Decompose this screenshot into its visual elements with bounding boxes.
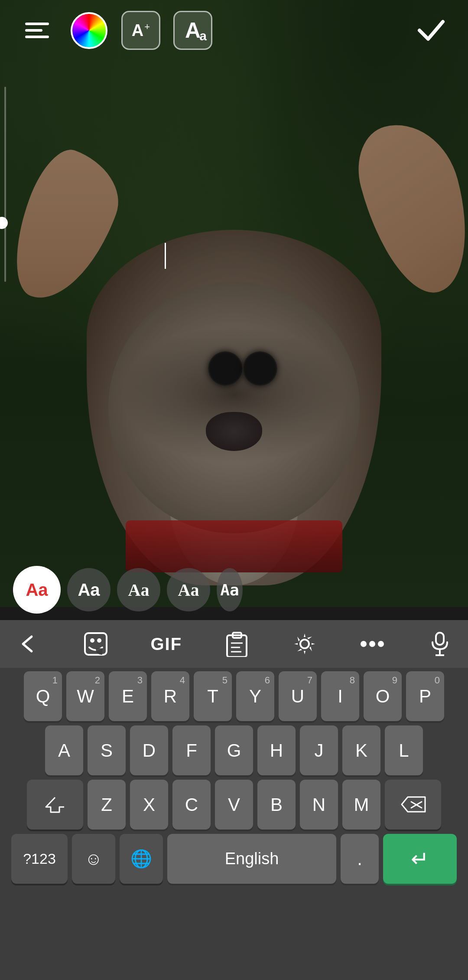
key-n[interactable]: N: [300, 780, 338, 830]
gif-button[interactable]: GIF: [144, 624, 188, 663]
key-t[interactable]: 5T: [194, 671, 232, 721]
key-y[interactable]: 6Y: [236, 671, 274, 721]
key-k[interactable]: K: [342, 725, 380, 775]
font-option-1[interactable]: Aa: [67, 568, 110, 611]
font-option-0-label: Aa: [26, 580, 48, 600]
font-option-0[interactable]: Aa: [13, 566, 61, 614]
plus-icon: +: [144, 21, 150, 33]
font-size-icon: A: [185, 18, 201, 43]
keyboard: GIF: [0, 620, 468, 980]
more-button[interactable]: [353, 624, 392, 663]
clipboard-icon: [225, 631, 249, 657]
menu-button[interactable]: [17, 11, 56, 50]
key-s[interactable]: S: [88, 725, 126, 775]
backspace-icon: [400, 795, 426, 814]
key-row-bottom: ?123 ☺ 🌐 English . ↵: [2, 834, 466, 884]
keyboard-keys: 1Q 2W 3E 4R 5T 6Y 7U 8I 9O 0P A S D F G …: [0, 668, 468, 884]
svg-point-11: [378, 641, 384, 647]
key-j[interactable]: J: [300, 725, 338, 775]
shift-icon: [44, 794, 66, 816]
done-button[interactable]: [412, 11, 451, 50]
toolbar-left: A + A a: [17, 11, 212, 50]
photo-overlay: [0, 0, 468, 607]
font-option-4[interactable]: Aa: [217, 568, 243, 611]
font-option-1-label: Aa: [78, 580, 100, 600]
svg-point-2: [97, 638, 101, 643]
key-h[interactable]: H: [257, 725, 296, 775]
key-w[interactable]: 2W: [66, 671, 104, 721]
key-row-2: A S D F G H J K L: [2, 725, 466, 775]
svg-point-8: [300, 640, 309, 648]
key-row-1: 1Q 2W 3E 4R 5T 6Y 7U 8I 9O 0P: [2, 671, 466, 721]
microphone-icon: [429, 631, 451, 657]
key-x[interactable]: X: [130, 780, 168, 830]
key-u[interactable]: 7U: [279, 671, 317, 721]
key-m[interactable]: M: [342, 780, 380, 830]
shift-key[interactable]: [27, 780, 83, 830]
emoji-key[interactable]: ☺: [72, 834, 115, 884]
font-option-2-label: Aa: [128, 580, 150, 600]
more-icon: [359, 640, 385, 648]
gif-label: GIF: [150, 634, 182, 654]
numbers-key[interactable]: ?123: [11, 834, 68, 884]
key-a[interactable]: A: [45, 725, 83, 775]
key-z[interactable]: Z: [88, 780, 126, 830]
add-font-button[interactable]: A +: [121, 11, 160, 50]
font-size-button[interactable]: A a: [173, 11, 212, 50]
size-slider-track: [4, 87, 6, 282]
voice-button[interactable]: [420, 624, 459, 663]
key-f[interactable]: F: [172, 725, 211, 775]
settings-button[interactable]: [285, 624, 324, 663]
font-size-small: a: [199, 29, 207, 43]
text-cursor: [165, 243, 166, 269]
globe-key[interactable]: 🌐: [120, 834, 163, 884]
top-toolbar: A + A a: [0, 0, 468, 56]
clipboard-button[interactable]: [217, 624, 256, 663]
key-l[interactable]: L: [385, 725, 423, 775]
key-p[interactable]: 0P: [406, 671, 444, 721]
font-option-3[interactable]: Aa: [167, 568, 210, 611]
menu-icon: [21, 18, 53, 42]
return-key[interactable]: ↵: [383, 834, 457, 884]
font-add-icon: A: [132, 22, 143, 39]
key-row-3: Z X C V B N M: [2, 780, 466, 830]
font-style-strip: Aa Aa Aa Aa Aa: [0, 562, 468, 618]
key-q[interactable]: 1Q: [24, 671, 62, 721]
photo-canvas: [0, 0, 468, 607]
font-option-2[interactable]: Aa: [117, 568, 160, 611]
key-c[interactable]: C: [172, 780, 211, 830]
space-key[interactable]: English: [167, 834, 336, 884]
settings-icon: [292, 631, 317, 657]
font-option-4-label: Aa: [220, 581, 239, 599]
key-b[interactable]: B: [257, 780, 296, 830]
back-icon: [16, 632, 40, 656]
keyboard-back-button[interactable]: [9, 624, 48, 663]
sticker-button[interactable]: [76, 624, 115, 663]
period-key[interactable]: .: [341, 834, 379, 884]
svg-point-10: [369, 641, 375, 647]
keyboard-toolbar: GIF: [0, 620, 468, 668]
key-r[interactable]: 4R: [151, 671, 189, 721]
key-i[interactable]: 8I: [321, 671, 359, 721]
key-d[interactable]: D: [130, 725, 168, 775]
key-o[interactable]: 9O: [364, 671, 402, 721]
svg-rect-0: [85, 633, 107, 655]
svg-rect-12: [436, 633, 444, 645]
svg-point-1: [90, 638, 94, 643]
svg-point-9: [361, 641, 367, 647]
color-wheel-icon: [71, 12, 107, 49]
sticker-icon: [83, 631, 109, 657]
color-wheel-button[interactable]: [69, 11, 108, 50]
backspace-key[interactable]: [385, 780, 441, 830]
font-option-3-label: Aa: [178, 580, 199, 600]
key-v[interactable]: V: [215, 780, 253, 830]
check-icon: [416, 17, 446, 43]
key-g[interactable]: G: [215, 725, 253, 775]
key-e[interactable]: 3E: [109, 671, 147, 721]
